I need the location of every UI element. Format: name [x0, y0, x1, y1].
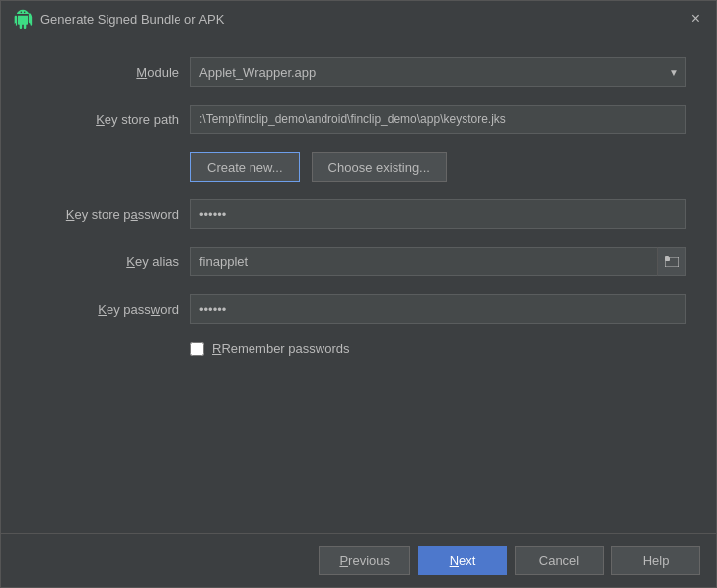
module-label: Module [31, 65, 179, 80]
keystore-path-row: Key store path [31, 105, 686, 134]
key-password-row: Key password [31, 294, 686, 324]
svg-rect-2 [665, 256, 669, 258]
previous-button[interactable]: Previous [319, 546, 410, 575]
remember-passwords-row: RRemember passwords [31, 341, 686, 356]
key-alias-wrapper [190, 247, 686, 276]
module-row: Module Applet_Wrapper.app ▼ [31, 57, 686, 87]
key-alias-browse-button[interactable] [657, 247, 686, 276]
key-alias-input[interactable] [190, 247, 686, 276]
key-alias-label: Key alias [31, 255, 179, 269]
keystore-password-row: Key store password [31, 199, 686, 229]
create-new-button[interactable]: Create new... [190, 152, 300, 182]
remember-passwords-label[interactable]: RRemember passwords [212, 341, 349, 356]
key-alias-row: Key alias [31, 247, 686, 276]
choose-existing-button[interactable]: Choose existing... [312, 152, 447, 182]
key-password-input[interactable] [190, 294, 686, 324]
keystore-password-input[interactable] [190, 199, 686, 229]
bottom-bar: Previous Next Cancel Help [1, 533, 716, 587]
key-password-label: Key password [31, 302, 179, 317]
cancel-button[interactable]: Cancel [515, 546, 604, 575]
module-select[interactable]: Applet_Wrapper.app [190, 57, 686, 87]
keystore-password-label: Key store password [31, 207, 179, 222]
keystore-path-input[interactable] [190, 105, 686, 134]
dialog-title: Generate Signed Bundle or APK [40, 12, 680, 27]
dialog: Generate Signed Bundle or APK × Module A… [0, 0, 717, 588]
keystore-action-buttons: Create new... Choose existing... [31, 152, 686, 182]
android-icon [13, 9, 33, 29]
close-button[interactable]: × [687, 11, 704, 27]
keystore-path-label: Key store path [31, 112, 179, 127]
next-button[interactable]: Next [418, 546, 507, 575]
dialog-content: Module Applet_Wrapper.app ▼ Key store pa… [1, 37, 716, 533]
title-bar: Generate Signed Bundle or APK × [1, 1, 716, 37]
module-select-wrapper: Applet_Wrapper.app ▼ [190, 57, 686, 87]
help-button[interactable]: Help [611, 546, 700, 575]
remember-passwords-checkbox[interactable] [190, 342, 204, 356]
